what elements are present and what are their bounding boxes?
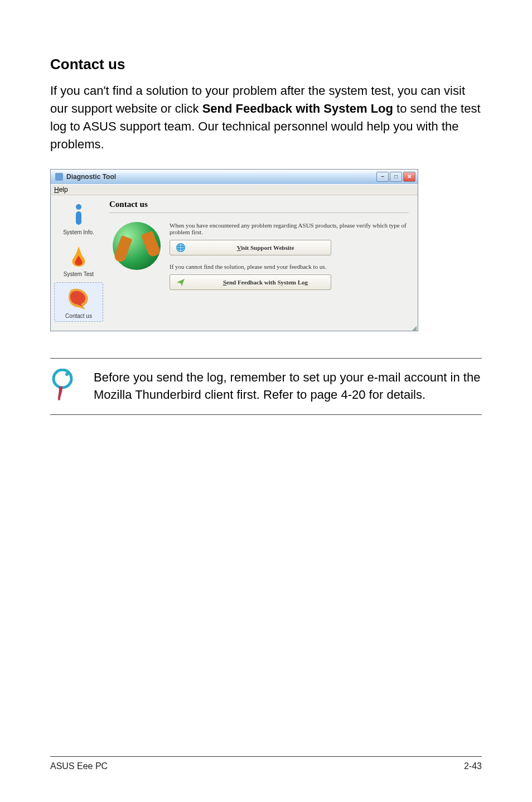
contact-icon xyxy=(65,285,92,312)
close-button[interactable]: ✕ xyxy=(403,172,415,182)
send-feedback-button[interactable]: Send Feedback with System Log xyxy=(170,274,331,290)
test-icon xyxy=(65,243,92,270)
note-block: Before you send the log, remember to set… xyxy=(50,358,482,415)
section-heading: Contact us xyxy=(50,56,482,73)
info-icon xyxy=(65,201,92,228)
resize-grip[interactable]: ◢ xyxy=(51,325,418,331)
content-line2: If you cannot find the solution, please … xyxy=(170,263,409,270)
content-line1: When you have encountered any problem re… xyxy=(170,222,409,235)
sidebar: System Info. System Test xyxy=(54,199,103,322)
svg-rect-1 xyxy=(76,211,81,225)
svg-point-3 xyxy=(54,370,71,388)
footer-right: 2-43 xyxy=(464,761,482,771)
page-footer: ASUS Eee PC 2-43 xyxy=(50,756,482,771)
sidebar-item-label: Contact us xyxy=(56,313,101,319)
intro-paragraph: If you can't find a solution to your pro… xyxy=(50,82,482,153)
globe-icon xyxy=(113,222,161,270)
sidebar-item-system-test[interactable]: System Test xyxy=(54,240,103,280)
window-title: Diagnostic Tool xyxy=(66,173,116,181)
diagnostic-window: Diagnostic Tool – □ ✕ Help System Info. xyxy=(50,169,418,331)
footer-left: ASUS Eee PC xyxy=(50,761,108,771)
svg-point-4 xyxy=(65,373,69,376)
content-pane: Contact us When you have encountered any… xyxy=(108,199,414,322)
menu-help[interactable]: Help xyxy=(54,186,68,194)
sidebar-item-label: System Info. xyxy=(56,229,101,235)
tip-icon xyxy=(50,369,75,404)
minimize-button[interactable]: – xyxy=(376,172,389,182)
sidebar-item-label: System Test xyxy=(56,271,101,277)
note-text: Before you send the log, remember to set… xyxy=(94,369,482,403)
divider xyxy=(109,212,409,213)
globe-small-icon xyxy=(176,243,186,253)
visit-support-button[interactable]: Visit Support Website xyxy=(170,240,331,255)
send-icon xyxy=(176,277,186,287)
svg-point-0 xyxy=(76,204,81,210)
content-heading: Contact us xyxy=(109,200,409,209)
app-icon xyxy=(55,173,63,181)
maximize-button[interactable]: □ xyxy=(390,172,402,182)
sidebar-item-system-info[interactable]: System Info. xyxy=(54,199,103,238)
content-right: When you have encountered any problem re… xyxy=(170,222,409,298)
window-titlebar: Diagnostic Tool – □ ✕ xyxy=(51,170,418,184)
window-body: System Info. System Test xyxy=(51,195,418,325)
intro-bold: Send Feedback with System Log xyxy=(202,102,393,115)
sidebar-item-contact-us[interactable]: Contact us xyxy=(54,282,103,322)
menubar: Help xyxy=(51,184,418,195)
